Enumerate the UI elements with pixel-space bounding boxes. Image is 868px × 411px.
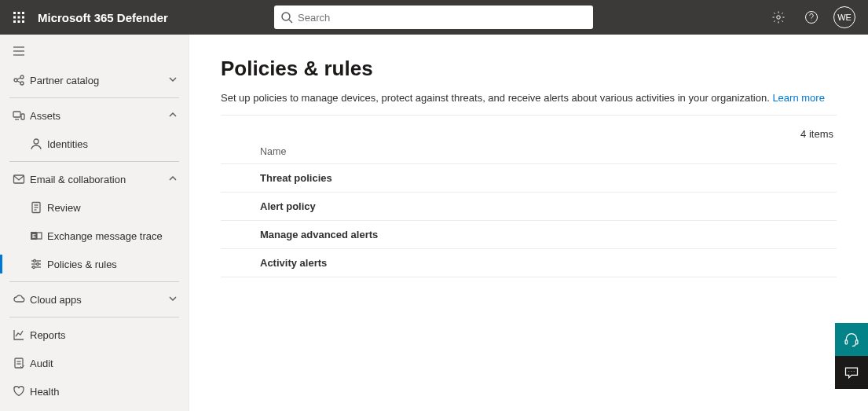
feedback-icon <box>844 365 859 380</box>
svg-point-9 <box>282 13 290 20</box>
sidebar: Partner catalogAssetsIdentitiesEmail & c… <box>0 35 189 411</box>
share-icon <box>13 74 30 86</box>
sidebar-item-label: Health <box>30 386 178 398</box>
waffle-icon <box>13 11 25 24</box>
help-button[interactable] <box>800 6 822 28</box>
svg-line-10 <box>289 20 292 23</box>
svg-point-35 <box>34 260 36 262</box>
nav-divider <box>9 161 179 162</box>
sidebar-item-email-collaboration[interactable]: Email & collaboration <box>0 165 189 193</box>
svg-point-11 <box>777 16 781 20</box>
svg-rect-40 <box>15 358 23 368</box>
nav-divider <box>9 97 179 98</box>
chart-icon <box>13 328 30 341</box>
column-name[interactable]: Name <box>260 146 286 157</box>
document-icon <box>30 201 47 214</box>
search-box[interactable] <box>274 6 593 29</box>
sidebar-item-label: Reports <box>30 329 178 341</box>
sidebar-item-label: Identities <box>47 138 178 150</box>
table-row[interactable]: Activity alerts <box>221 249 837 277</box>
table-row[interactable]: Threat policies <box>221 164 837 193</box>
sidebar-item-label: Audit <box>30 358 178 369</box>
svg-rect-22 <box>13 112 20 117</box>
sidebar-item-partner-catalog[interactable]: Partner catalog <box>0 66 189 94</box>
page-description: Set up policies to manage devices, prote… <box>221 92 837 116</box>
sidebar-item-audit[interactable]: Audit <box>0 349 189 377</box>
sidebar-item-label: Policies & rules <box>47 259 178 270</box>
sidebar-item-policies-rules[interactable]: Policies & rules <box>0 250 189 278</box>
svg-point-25 <box>34 139 38 144</box>
learn-more-link[interactable]: Learn more <box>772 92 824 104</box>
svg-point-19 <box>20 82 24 85</box>
svg-text:E: E <box>32 233 36 239</box>
row-name: Alert policy <box>260 200 316 212</box>
hamburger-icon <box>13 46 25 57</box>
sidebar-item-label: Partner catalog <box>30 75 168 86</box>
mail-icon <box>13 173 30 185</box>
svg-rect-1 <box>18 12 20 14</box>
nav-divider <box>9 281 179 282</box>
nav-divider <box>9 317 179 317</box>
headset-icon <box>844 332 859 347</box>
sidebar-item-health[interactable]: Health <box>0 377 189 405</box>
page-title: Policies & rules <box>221 57 837 81</box>
svg-point-18 <box>20 75 24 79</box>
product-name: Microsoft 365 Defender <box>38 11 168 24</box>
row-name: Threat policies <box>260 172 332 184</box>
svg-point-17 <box>14 79 17 82</box>
svg-rect-5 <box>22 17 24 19</box>
svg-rect-8 <box>22 20 24 23</box>
chevron-up-icon <box>168 110 178 122</box>
app-launcher-button[interactable] <box>6 5 31 30</box>
app-header: Microsoft 365 Defender WE <box>0 0 868 35</box>
floating-actions <box>835 323 868 389</box>
help-icon <box>804 10 819 24</box>
sidebar-item-identities[interactable]: Identities <box>0 130 189 158</box>
person-icon <box>30 138 47 150</box>
header-actions: WE <box>767 6 862 28</box>
search-input[interactable] <box>298 12 587 24</box>
sidebar-item-assets[interactable]: Assets <box>0 101 189 130</box>
gear-icon <box>771 10 786 24</box>
sidebar-item-label: Assets <box>30 110 168 122</box>
svg-rect-4 <box>18 17 20 19</box>
svg-line-20 <box>17 78 20 79</box>
svg-line-21 <box>17 81 20 83</box>
sidebar-item-label: Email & collaboration <box>30 174 168 185</box>
sidebar-item-reports[interactable]: Reports <box>0 321 189 349</box>
svg-rect-46 <box>855 340 858 344</box>
svg-rect-7 <box>18 20 20 23</box>
svg-rect-6 <box>13 20 16 23</box>
svg-rect-33 <box>37 233 42 239</box>
devices-icon <box>13 109 30 122</box>
svg-rect-45 <box>845 340 848 344</box>
item-count: 4 items <box>221 128 837 140</box>
feedback-button[interactable] <box>835 356 868 389</box>
sidebar-item-cloud-apps[interactable]: Cloud apps <box>0 285 189 314</box>
svg-rect-23 <box>21 114 24 119</box>
table-header: Name <box>221 146 837 164</box>
sidebar-toggle[interactable] <box>0 41 189 66</box>
sidebar-item-exchange-message-trace[interactable]: EExchange message trace <box>0 222 189 250</box>
svg-rect-3 <box>13 17 16 19</box>
chevron-up-icon <box>168 174 178 185</box>
cloud-icon <box>13 293 30 306</box>
sidebar-item-label: Cloud apps <box>30 294 168 306</box>
page-description-text: Set up policies to manage devices, prote… <box>221 92 772 104</box>
table-row[interactable]: Alert policy <box>221 193 837 221</box>
chevron-down-icon <box>168 75 178 86</box>
settings-button[interactable] <box>767 6 789 28</box>
search-icon <box>280 11 293 24</box>
heart-icon <box>13 385 30 398</box>
support-button[interactable] <box>835 323 868 356</box>
row-name: Manage advanced alerts <box>260 229 378 240</box>
main-content: Policies & rules Set up policies to mana… <box>189 35 868 411</box>
user-avatar[interactable]: WE <box>833 6 855 28</box>
sidebar-item-label: Review <box>47 202 178 214</box>
table-row[interactable]: Manage advanced alerts <box>221 221 837 249</box>
svg-point-37 <box>37 263 39 266</box>
sidebar-item-review[interactable]: Review <box>0 193 189 222</box>
svg-rect-0 <box>13 12 16 14</box>
sidebar-item-permissions[interactable]: Permissions <box>0 405 189 411</box>
chevron-down-icon <box>168 294 178 306</box>
